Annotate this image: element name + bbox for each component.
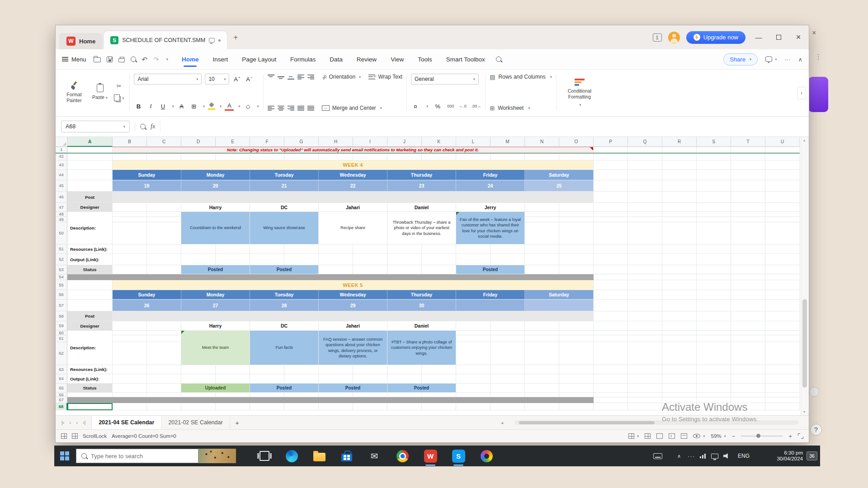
cell-P53[interactable] <box>594 265 628 274</box>
cell-Q63[interactable] <box>628 365 662 374</box>
cell-L68[interactable] <box>456 403 491 410</box>
cell-T53[interactable] <box>731 265 765 274</box>
cell-B53[interactable] <box>113 265 147 274</box>
cell-J65[interactable]: Posted <box>387 384 456 393</box>
cell-Q62[interactable] <box>628 342 662 365</box>
background-window-close-icon[interactable]: × <box>812 29 816 37</box>
col-header-H[interactable]: H <box>319 137 353 147</box>
justify-button[interactable] <box>297 106 304 111</box>
cell-K53[interactable] <box>422 265 456 274</box>
cell-D59[interactable]: Harry <box>181 321 250 331</box>
cell-H63[interactable] <box>319 365 353 374</box>
cell-M60[interactable] <box>491 331 525 335</box>
cell-S58[interactable] <box>697 311 731 321</box>
cell-M65[interactable] <box>491 384 525 393</box>
cell-T60[interactable] <box>731 331 765 335</box>
cell-U59[interactable] <box>765 321 800 331</box>
cell-Q58[interactable] <box>628 311 662 321</box>
cell-N48[interactable] <box>525 212 559 217</box>
cell-D60[interactable]: Meet the team <box>181 331 250 365</box>
cell-D45[interactable]: 20 <box>181 180 250 192</box>
cell-L44[interactable]: Friday <box>456 170 525 180</box>
cell-N49[interactable] <box>525 217 559 222</box>
cell-P68[interactable] <box>594 403 628 410</box>
cell-H45[interactable]: 22 <box>319 180 387 192</box>
shading-button[interactable]: ◇ <box>244 101 253 111</box>
cell-C59[interactable] <box>147 321 181 331</box>
row-header-51[interactable]: 51 <box>56 244 67 254</box>
cell-Q47[interactable] <box>628 203 662 212</box>
row-header-1[interactable]: 1 <box>56 147 67 153</box>
cell-P61[interactable] <box>594 335 628 342</box>
cell-M51[interactable] <box>491 244 525 254</box>
cell-R68[interactable] <box>662 403 697 410</box>
cell-I64[interactable] <box>353 374 387 384</box>
cell-T65[interactable] <box>731 384 765 393</box>
cell-P65[interactable] <box>594 384 628 393</box>
cell-J44[interactable]: Thursday <box>387 170 456 180</box>
cell-N60[interactable] <box>525 331 559 335</box>
cell-E64[interactable] <box>216 374 250 384</box>
cell-U68[interactable] <box>765 403 800 410</box>
cell-L63[interactable] <box>456 365 491 374</box>
cell-A51[interactable]: Resources (Link): <box>67 244 113 254</box>
cell-U46[interactable] <box>765 192 800 203</box>
cell-F51[interactable] <box>250 244 284 254</box>
cell-B48[interactable] <box>113 212 147 217</box>
cell-T52[interactable] <box>731 254 765 265</box>
cell-U47[interactable] <box>765 203 800 212</box>
tray-overflow-icon[interactable]: ··· <box>686 448 696 464</box>
cell-U51[interactable] <box>765 244 800 254</box>
borders-button[interactable]: ⊞ <box>189 101 198 111</box>
cell-R54[interactable] <box>662 274 697 280</box>
cell-Q1[interactable] <box>628 147 662 153</box>
cell-L45[interactable]: 24 <box>456 180 525 192</box>
sum-tools-icon[interactable] <box>645 433 651 439</box>
cell-D68[interactable] <box>181 403 216 410</box>
cell-H66[interactable] <box>319 393 353 397</box>
cell-B51[interactable] <box>113 244 147 254</box>
cell-T57[interactable] <box>731 300 765 311</box>
cell-J56[interactable]: Thursday <box>387 290 456 300</box>
cell-B52[interactable] <box>113 254 147 265</box>
cell-R61[interactable] <box>662 335 697 342</box>
cell-T50[interactable] <box>731 222 765 244</box>
cell-S60[interactable] <box>697 331 731 335</box>
cell-Q65[interactable] <box>628 384 662 393</box>
cell-L65[interactable] <box>456 384 491 393</box>
ribbon-expand-button[interactable]: › <box>797 87 806 99</box>
cell-T55[interactable] <box>731 280 765 290</box>
cell-J66[interactable] <box>387 393 422 397</box>
cell-T51[interactable] <box>731 244 765 254</box>
cell-A64[interactable]: Output (Link): <box>67 374 113 384</box>
cell-A1[interactable] <box>67 147 113 153</box>
cell-U45[interactable] <box>765 180 800 192</box>
cell-L64[interactable] <box>456 374 491 384</box>
cell-G51[interactable] <box>284 244 319 254</box>
notification-center-button[interactable]: 36 <box>807 451 817 460</box>
cell-T68[interactable] <box>731 403 765 410</box>
cell-P67[interactable] <box>594 397 628 403</box>
menu-button[interactable]: Menu <box>62 56 86 63</box>
cell-P50[interactable] <box>594 222 628 244</box>
cell-P60[interactable] <box>594 331 628 335</box>
cell-U62[interactable] <box>765 342 800 365</box>
cell-P64[interactable] <box>594 374 628 384</box>
cell-D48[interactable]: Countdown to the weekend <box>181 212 250 244</box>
cell-B42[interactable] <box>113 153 147 160</box>
cell-S63[interactable] <box>697 365 731 374</box>
cell-F60[interactable]: Fun facts <box>250 331 319 365</box>
cell-B60[interactable] <box>113 331 147 335</box>
cell-Q42[interactable] <box>628 153 662 160</box>
increase-decimal-button[interactable]: ←.0 <box>459 104 467 108</box>
cell-P66[interactable] <box>594 393 628 397</box>
cell-M61[interactable] <box>491 335 525 342</box>
wrap-text-button[interactable]: Wrap Text <box>368 74 402 80</box>
cell-L53[interactable]: Posted <box>456 265 525 274</box>
cell-B61[interactable] <box>113 335 147 342</box>
taskbar-edge[interactable] <box>284 448 299 464</box>
cell-R64[interactable] <box>662 374 697 384</box>
reading-view-button[interactable]: ▾ <box>693 434 705 438</box>
cell-F57[interactable]: 28 <box>250 300 319 311</box>
cell-B65[interactable] <box>113 384 147 393</box>
